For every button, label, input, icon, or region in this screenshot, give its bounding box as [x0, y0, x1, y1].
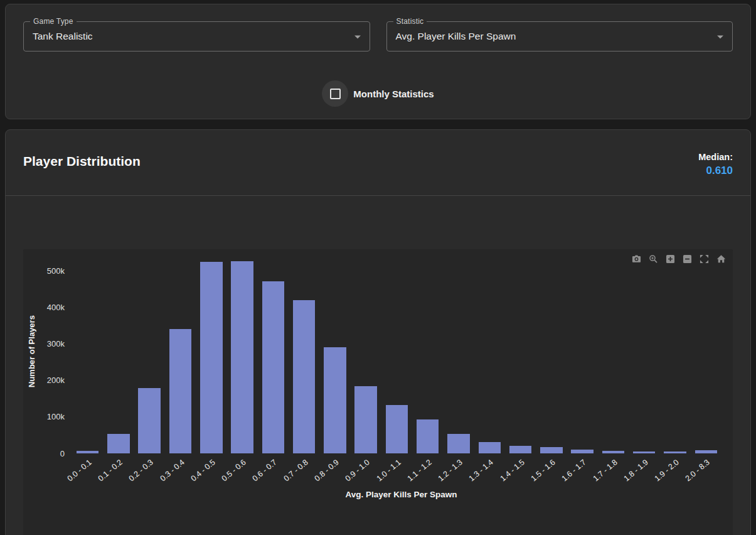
- bar-slot: 1.8 - 1.9: [629, 249, 659, 453]
- chevron-down-icon: [354, 36, 361, 39]
- histogram-bar: [293, 300, 315, 453]
- bar-slot: 0.9 - 1.0: [351, 249, 381, 453]
- bar-slot: 0.0 - 0.1: [72, 249, 103, 453]
- histogram-bar: [324, 347, 346, 453]
- x-axis-title: Avg. Player Kills Per Spawn: [345, 490, 457, 499]
- x-tick-label: 0.8 - 0.9: [313, 458, 341, 483]
- y-tick-label: 200k: [47, 376, 65, 385]
- statistic-select-value: Avg. Player Kills Per Spawn: [396, 31, 516, 42]
- histogram-bar: [262, 281, 284, 453]
- histogram-bar: [540, 447, 562, 453]
- y-tick-label: 500k: [47, 266, 65, 276]
- median-label: Median:: [698, 151, 733, 164]
- bar-slot: 0.6 - 0.7: [258, 249, 289, 453]
- histogram-bar: [386, 405, 408, 453]
- x-tick-label: 0.3 - 0.4: [158, 458, 186, 483]
- x-tick-label: 2.0 - 8.3: [684, 458, 711, 483]
- chevron-down-icon: [717, 36, 723, 39]
- bar-slot: 1.5 - 1.6: [536, 249, 567, 453]
- statistic-select-label: Statistic: [393, 17, 427, 26]
- x-tick-label: 1.7 - 1.8: [591, 458, 619, 483]
- bar-slot: 1.6 - 1.7: [567, 249, 598, 453]
- median-block: Median: 0.610: [698, 151, 733, 178]
- histogram-bar: [200, 262, 222, 453]
- y-tick-label: 400k: [47, 303, 65, 312]
- bar-slot: 1.1 - 1.2: [412, 249, 443, 453]
- bars-row: 0.0 - 0.10.1 - 0.20.2 - 0.30.3 - 0.40.4 …: [70, 249, 724, 453]
- distribution-header: Player Distribution Median: 0.610: [6, 130, 750, 178]
- x-tick-label: 0.9 - 1.0: [344, 458, 371, 483]
- selects-row: Game Type Tank Realistic Statistic Avg. …: [23, 21, 733, 51]
- x-tick-label: 0.6 - 0.7: [251, 458, 279, 483]
- bar-slot: 1.7 - 1.8: [598, 249, 629, 453]
- histogram-bar: [107, 434, 129, 453]
- checkbox-icon: [330, 89, 341, 99]
- x-tick-label: 1.6 - 1.7: [560, 458, 588, 483]
- median-value: 0.610: [698, 164, 733, 178]
- x-axis-title-row: Avg. Player Kills Per Spawn: [23, 489, 733, 500]
- histogram-bar: [602, 451, 624, 453]
- zoom-in-icon[interactable]: [664, 254, 676, 265]
- x-tick-label: 0.7 - 0.8: [282, 458, 309, 483]
- player-distribution-card: Player Distribution Median: 0.610: [5, 129, 751, 535]
- x-tick-label: 0.1 - 0.2: [97, 458, 124, 483]
- x-tick-label: 0.4 - 0.5: [189, 458, 217, 483]
- x-tick-label: 1.0 - 1.1: [375, 458, 402, 483]
- zoom-out-icon[interactable]: [681, 254, 693, 265]
- histogram-bar: [479, 442, 501, 453]
- game-type-select[interactable]: Game Type Tank Realistic: [23, 21, 370, 51]
- page-title: Player Distribution: [23, 154, 141, 169]
- monthly-statistics-checkbox[interactable]: [322, 80, 348, 107]
- bar-slot: 0.1 - 0.2: [103, 249, 134, 453]
- y-tick-label: 0: [60, 448, 65, 458]
- histogram-bar: [77, 451, 98, 453]
- histogram-bar: [633, 451, 655, 453]
- histogram-bar: [169, 329, 191, 453]
- histogram-bar: [138, 388, 160, 453]
- bar-slot: 1.0 - 1.1: [381, 249, 412, 453]
- home-icon[interactable]: [715, 254, 727, 265]
- x-tick-label: 1.1 - 1.2: [406, 458, 434, 483]
- zoom-icon[interactable]: [647, 254, 659, 265]
- monthly-statistics-label[interactable]: Monthly Statistics: [353, 89, 434, 99]
- histogram-bar: [417, 419, 439, 453]
- bar-slot: 0.8 - 0.9: [319, 249, 350, 453]
- camera-icon[interactable]: [631, 254, 642, 265]
- plot-area[interactable]: 0.0 - 0.10.1 - 0.20.2 - 0.30.3 - 0.40.4 …: [70, 249, 724, 453]
- y-tick-label: 300k: [47, 339, 65, 349]
- header-divider: [6, 195, 750, 196]
- bar-slot: 2.0 - 8.3: [691, 249, 721, 453]
- plot-grid: Number of Players 0100k200k300k400k500k …: [23, 249, 733, 453]
- bar-slot: 1.9 - 2.0: [659, 249, 690, 453]
- histogram-bar: [695, 450, 717, 453]
- x-tick-label: 1.3 - 1.4: [467, 458, 495, 483]
- bar-slot: 1.4 - 1.5: [505, 249, 536, 453]
- y-tick-label: 100k: [47, 412, 65, 421]
- x-tick-label: 1.5 - 1.6: [530, 458, 557, 483]
- x-tick-label: 0.2 - 0.3: [127, 458, 155, 483]
- statistic-select[interactable]: Statistic Avg. Player Kills Per Spawn: [386, 21, 733, 51]
- histogram-bar: [447, 434, 469, 453]
- bar-slot: 0.5 - 0.6: [226, 249, 257, 453]
- histogram-bar: [571, 450, 593, 453]
- monthly-statistics-row: Monthly Statistics: [23, 80, 733, 107]
- distribution-chart: Number of Players 0100k200k300k400k500k …: [23, 249, 733, 535]
- autoscale-icon[interactable]: [698, 254, 710, 265]
- bar-slot: 1.3 - 1.4: [474, 249, 505, 453]
- x-tick-label: 1.2 - 1.3: [437, 458, 464, 483]
- x-tick-label: 1.8 - 1.9: [622, 458, 650, 483]
- histogram-bar: [509, 446, 531, 453]
- y-axis-ticks: 0100k200k300k400k500k: [40, 249, 70, 453]
- bar-slot: 0.7 - 0.8: [289, 249, 319, 453]
- game-type-select-label: Game Type: [30, 17, 77, 26]
- histogram-bar: [354, 386, 376, 453]
- x-tick-label: 0.5 - 0.6: [220, 458, 248, 483]
- histogram-bar: [231, 261, 253, 453]
- plotly-modebar: [631, 254, 727, 265]
- x-tick-label: 1.4 - 1.5: [498, 458, 526, 483]
- x-tick-label: 1.9 - 2.0: [653, 458, 681, 483]
- y-axis-title: Number of Players: [23, 249, 40, 453]
- game-type-select-value: Tank Realistic: [33, 31, 93, 42]
- bar-slot: 0.2 - 0.3: [134, 249, 165, 453]
- bar-slot: 1.2 - 1.3: [443, 249, 474, 453]
